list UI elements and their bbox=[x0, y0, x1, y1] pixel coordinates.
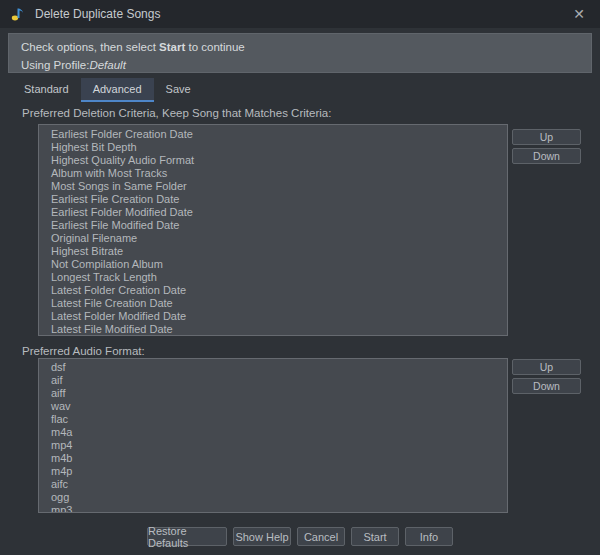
formats-up-button[interactable]: Up bbox=[512, 359, 581, 375]
tab-bar: Standard Advanced Save bbox=[12, 78, 203, 102]
list-item[interactable]: ogg bbox=[39, 491, 507, 504]
list-item[interactable]: Earliest File Creation Date bbox=[39, 193, 507, 206]
list-item[interactable]: Highest Quality Audio Format bbox=[39, 154, 507, 167]
formats-list[interactable]: dsfaifaiffwavflacm4amp4m4bm4paifcoggmp3 bbox=[38, 358, 508, 513]
list-item[interactable]: aiff bbox=[39, 387, 507, 400]
list-item[interactable]: Highest Bitrate bbox=[39, 245, 507, 258]
music-note-icon bbox=[10, 6, 26, 22]
show-help-button[interactable]: Show Help bbox=[233, 527, 291, 546]
list-item[interactable]: Not Compilation Album bbox=[39, 258, 507, 271]
criteria-list[interactable]: Earliest Folder Creation DateHighest Bit… bbox=[38, 124, 508, 336]
list-item[interactable]: m4a bbox=[39, 426, 507, 439]
list-item[interactable]: Most Songs in Same Folder bbox=[39, 180, 507, 193]
list-item[interactable]: Earliest Folder Modified Date bbox=[39, 206, 507, 219]
list-item[interactable]: Earliest File Modified Date bbox=[39, 219, 507, 232]
list-item[interactable]: Latest File Creation Date bbox=[39, 297, 507, 310]
formats-down-button[interactable]: Down bbox=[512, 378, 581, 394]
list-item[interactable]: Album with Most Tracks bbox=[39, 167, 507, 180]
list-item[interactable]: Longest Track Length bbox=[39, 271, 507, 284]
list-item[interactable]: Earliest Folder Creation Date bbox=[39, 128, 507, 141]
titlebar: Delete Duplicate Songs ✕ bbox=[0, 0, 600, 28]
banner-instruction: Check options, then select Start to cont… bbox=[21, 39, 579, 55]
list-item[interactable]: wav bbox=[39, 400, 507, 413]
close-icon[interactable]: ✕ bbox=[568, 3, 590, 25]
list-item[interactable]: aifc bbox=[39, 478, 507, 491]
list-item[interactable]: Original Filename bbox=[39, 232, 507, 245]
list-item[interactable]: mp4 bbox=[39, 439, 507, 452]
criteria-label: Preferred Deletion Criteria, Keep Song t… bbox=[22, 107, 331, 119]
start-button[interactable]: Start bbox=[351, 527, 399, 546]
list-item[interactable]: Latest Folder Modified Date bbox=[39, 310, 507, 323]
info-banner: Check options, then select Start to cont… bbox=[8, 33, 592, 73]
banner-instruction-suffix: to continue bbox=[185, 41, 244, 53]
info-button[interactable]: Info bbox=[405, 527, 453, 546]
restore-defaults-button[interactable]: Restore Defaults bbox=[147, 527, 227, 546]
window-title: Delete Duplicate Songs bbox=[35, 7, 160, 21]
banner-instruction-prefix: Check options, then select bbox=[21, 41, 159, 53]
banner-profile-prefix: Using Profile: bbox=[21, 59, 89, 71]
criteria-down-button[interactable]: Down bbox=[512, 148, 581, 164]
list-item[interactable]: Latest Folder Creation Date bbox=[39, 284, 507, 297]
cancel-button[interactable]: Cancel bbox=[297, 527, 345, 546]
list-item[interactable]: mp3 bbox=[39, 504, 507, 513]
banner-instruction-start: Start bbox=[159, 41, 185, 53]
tab-save[interactable]: Save bbox=[154, 78, 203, 102]
formats-label: Preferred Audio Format: bbox=[22, 345, 145, 357]
list-item[interactable]: Latest File Modified Date bbox=[39, 323, 507, 336]
tab-standard[interactable]: Standard bbox=[12, 78, 81, 102]
footer-button-row: Restore Defaults Show Help Cancel Start … bbox=[0, 527, 600, 546]
delete-duplicate-songs-dialog: Delete Duplicate Songs ✕ Check options, … bbox=[0, 0, 600, 555]
banner-profile: Using Profile:Default bbox=[21, 57, 579, 73]
list-item[interactable]: Highest Bit Depth bbox=[39, 141, 507, 154]
criteria-up-button[interactable]: Up bbox=[512, 129, 581, 145]
list-item[interactable]: m4b bbox=[39, 452, 507, 465]
list-item[interactable]: flac bbox=[39, 413, 507, 426]
list-item[interactable]: m4p bbox=[39, 465, 507, 478]
list-item[interactable]: aif bbox=[39, 374, 507, 387]
list-item[interactable]: dsf bbox=[39, 361, 507, 374]
tab-advanced[interactable]: Advanced bbox=[81, 78, 154, 102]
banner-profile-name: Default bbox=[89, 59, 125, 71]
